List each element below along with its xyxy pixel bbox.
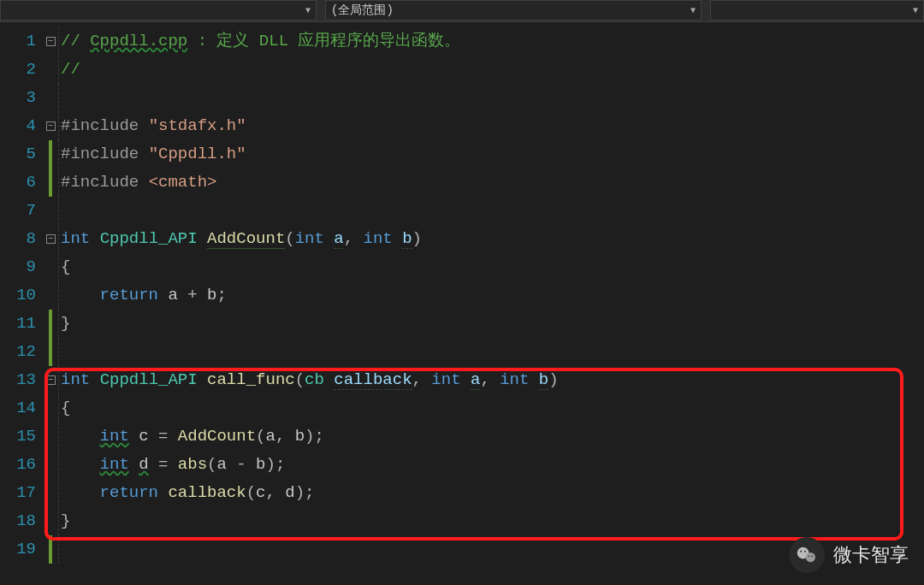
- change-bar-icon: [49, 140, 52, 168]
- line-number: 15: [0, 422, 43, 451]
- watermark: 微卡智享: [789, 537, 909, 573]
- fold-toggle-icon[interactable]: −: [46, 375, 56, 385]
- code-area[interactable]: // Cppdll.cpp : 定义 DLL 应用程序的导出函数。 // #in…: [58, 22, 924, 585]
- change-bar-icon: [49, 338, 52, 366]
- code-line[interactable]: [58, 84, 924, 112]
- code-line[interactable]: int Cppdll_API AddCount(int a, int b): [58, 225, 924, 253]
- chevron-down-icon: ▼: [913, 6, 918, 15]
- fold-toggle-icon[interactable]: −: [46, 234, 56, 244]
- line-number: 2: [0, 56, 43, 84]
- svg-point-1: [806, 552, 815, 562]
- code-line[interactable]: //: [58, 56, 924, 84]
- code-line[interactable]: return a + b;: [58, 281, 924, 310]
- line-number: 10: [0, 281, 43, 310]
- change-bar-icon: [49, 535, 52, 564]
- line-number: 13: [0, 366, 43, 394]
- dd2-label: (全局范围): [331, 3, 394, 18]
- svg-point-2: [800, 551, 802, 552]
- fold-toggle-icon[interactable]: −: [46, 37, 56, 46]
- line-number: 17: [0, 479, 43, 507]
- code-line[interactable]: {: [58, 394, 924, 422]
- scope-dropdown-3[interactable]: ▼: [710, 0, 924, 21]
- svg-point-4: [808, 555, 810, 557]
- code-line[interactable]: #include <cmath>: [58, 168, 924, 197]
- line-number: 8: [0, 225, 43, 253]
- change-bar-icon: [49, 168, 52, 197]
- line-number: 7: [0, 197, 43, 225]
- chevron-down-icon: ▼: [305, 6, 311, 15]
- line-number: 14: [0, 394, 43, 422]
- line-number: 4: [0, 112, 43, 140]
- scope-dropdown-2[interactable]: (全局范围) ▼: [325, 0, 702, 21]
- scope-dropdown-1[interactable]: ▼: [0, 0, 317, 21]
- svg-point-3: [804, 551, 806, 552]
- line-number-gutter: 1 2 3 4 5 6 7 8 9 10 11 12 13 14 15 16 1…: [0, 22, 43, 585]
- wechat-icon: [789, 537, 825, 573]
- fold-column: − − − −: [43, 22, 58, 585]
- line-number: 16: [0, 451, 43, 479]
- fold-toggle-icon[interactable]: −: [46, 121, 56, 131]
- line-number: 9: [0, 253, 43, 281]
- line-number: 3: [0, 84, 43, 112]
- code-line[interactable]: // Cppdll.cpp : 定义 DLL 应用程序的导出函数。: [58, 27, 924, 56]
- toolbar: ▼ (全局范围) ▼ ▼: [0, 0, 924, 22]
- code-editor[interactable]: 1 2 3 4 5 6 7 8 9 10 11 12 13 14 15 16 1…: [0, 22, 924, 585]
- line-number: 19: [0, 535, 43, 564]
- watermark-text: 微卡智享: [833, 542, 909, 568]
- line-number: 18: [0, 507, 43, 535]
- svg-point-5: [811, 555, 813, 557]
- code-line[interactable]: [58, 197, 924, 225]
- line-number: 12: [0, 338, 43, 366]
- chevron-down-icon: ▼: [690, 6, 696, 15]
- line-number: 5: [0, 140, 43, 168]
- code-line[interactable]: #include "stdafx.h": [58, 112, 924, 140]
- line-number: 1: [0, 27, 43, 56]
- code-line[interactable]: return callback(c, d);: [58, 479, 924, 507]
- line-number: 11: [0, 310, 43, 338]
- code-line[interactable]: int c = AddCount(a, b);: [58, 422, 924, 451]
- code-line[interactable]: }: [58, 507, 924, 535]
- line-number: 6: [0, 168, 43, 197]
- change-bar-icon: [49, 310, 52, 338]
- code-line[interactable]: int d = abs(a - b);: [58, 451, 924, 479]
- code-line[interactable]: #include "Cppdll.h": [58, 140, 924, 168]
- code-line[interactable]: [58, 338, 924, 366]
- code-line[interactable]: int Cppdll_API call_func(cb callback, in…: [58, 366, 924, 394]
- code-line[interactable]: }: [58, 310, 924, 338]
- code-line[interactable]: {: [58, 253, 924, 281]
